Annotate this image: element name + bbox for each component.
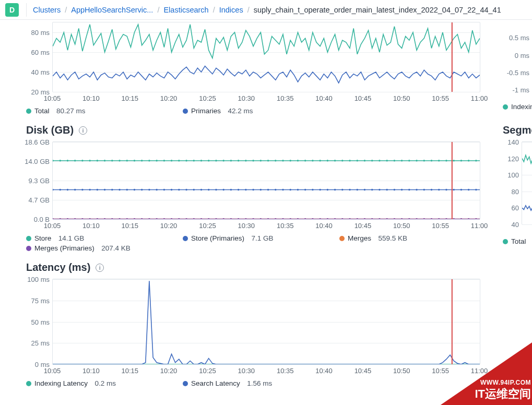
x-tick: 10:20: [160, 94, 178, 102]
y-tick: 0 ms: [515, 51, 529, 59]
svg-point-59: [53, 189, 54, 190]
chart-title-text: Latency (ms): [26, 261, 90, 273]
svg-point-20: [193, 160, 195, 161]
legend-name: Merges: [348, 234, 371, 242]
svg-point-32: [282, 160, 283, 161]
y-tick: 80: [512, 187, 519, 195]
svg-point-199: [230, 218, 232, 219]
svg-point-79: [200, 189, 202, 190]
svg-point-210: [312, 218, 313, 219]
breadcrumb-sep: /: [157, 6, 159, 14]
chart-title-text: Segmen: [503, 124, 532, 136]
breadcrumb-indices[interactable]: Indices: [219, 6, 243, 14]
legend-item[interactable]: Indexing Latency 0.2 ms: [26, 379, 183, 387]
x-tick: 10:40: [315, 94, 333, 102]
svg-point-72: [148, 189, 150, 190]
svg-point-191: [171, 218, 172, 219]
chart-canvas[interactable]: 0.0 B4.7 GB9.3 GB14.0 GB18.6 GB: [52, 141, 480, 220]
svg-point-214: [341, 218, 343, 219]
svg-point-178: [74, 218, 76, 219]
chart-legend: Store 14.1 GBStore (Primaries) 7.1 GBMer…: [26, 234, 480, 252]
x-tick: 10:30: [238, 94, 255, 102]
svg-point-203: [260, 218, 262, 219]
svg-point-227: [438, 218, 440, 219]
svg-point-91: [290, 189, 291, 190]
y-tick: 18.6 GB: [25, 138, 50, 146]
svg-point-73: [156, 189, 157, 190]
legend-item[interactable]: Merges 559.5 KB: [339, 234, 475, 242]
svg-point-86: [252, 189, 254, 190]
chart-canvas[interactable]: 406080100120140: [522, 141, 532, 225]
legend-item[interactable]: Store (Primaries) 7.1 GB: [183, 234, 339, 242]
svg-point-207: [290, 218, 291, 219]
svg-point-82: [223, 189, 224, 190]
svg-point-177: [67, 218, 68, 219]
legend-item[interactable]: Total 112: [503, 237, 532, 245]
x-tick: 10:15: [121, 222, 138, 230]
svg-point-7: [97, 160, 98, 161]
y-tick: 14.0 GB: [25, 157, 50, 165]
legend-item[interactable]: Store 14.1 GB: [26, 234, 183, 242]
legend-item[interactable]: Search Latency 1.56 ms: [183, 379, 281, 387]
svg-point-29: [260, 160, 262, 161]
legend-value: 7.1 GB: [247, 234, 274, 242]
svg-point-96: [327, 189, 328, 190]
legend-dot: [26, 109, 31, 114]
legend-dot: [339, 236, 345, 241]
svg-point-10: [119, 160, 120, 161]
svg-point-109: [423, 189, 425, 190]
legend-name: Total: [511, 237, 526, 245]
svg-point-217: [364, 218, 365, 219]
legend-name: Search Latency: [191, 379, 240, 387]
legend-item[interactable]: Primaries 42.2 ms: [183, 107, 263, 115]
svg-point-115: [468, 189, 469, 190]
svg-point-114: [460, 189, 462, 190]
x-tick: 10:40: [315, 222, 333, 230]
info-icon[interactable]: i: [96, 264, 104, 272]
svg-point-196: [208, 218, 209, 219]
svg-point-189: [156, 218, 157, 219]
svg-point-11: [126, 160, 128, 161]
svg-point-222: [401, 218, 403, 219]
svg-point-206: [282, 218, 283, 219]
legend-dot: [183, 109, 188, 114]
x-tick: 10:45: [354, 94, 372, 102]
svg-point-112: [445, 189, 447, 190]
svg-point-88: [267, 189, 269, 190]
svg-point-179: [81, 218, 83, 219]
svg-point-228: [445, 218, 447, 219]
svg-point-4: [74, 160, 76, 161]
info-icon[interactable]: i: [79, 126, 87, 135]
chart-segments: Segmen 406080100120140 Total 112: [506, 115, 532, 245]
breadcrumb-app[interactable]: AppHelloSearchServic...: [71, 6, 153, 14]
legend-value: 14.1 GB: [54, 234, 84, 242]
breadcrumb-elasticsearch[interactable]: Elasticsearch: [163, 6, 208, 14]
chart-latency: Latency (ms) i 0 ms25 ms50 ms75 ms100 ms…: [26, 252, 480, 387]
svg-point-64: [89, 189, 90, 190]
svg-point-39: [334, 160, 336, 161]
x-tick: 10:35: [277, 222, 294, 230]
chart-canvas[interactable]: 0 ms25 ms50 ms75 ms100 ms: [52, 279, 480, 365]
legend-item[interactable]: Total 80.27 ms: [26, 107, 183, 115]
svg-point-16: [163, 160, 165, 161]
svg-point-231: [468, 218, 469, 219]
svg-point-110: [431, 189, 432, 190]
chart-canvas[interactable]: 20 ms40 ms60 ms80 ms: [52, 22, 480, 92]
svg-point-69: [126, 189, 128, 190]
svg-point-71: [141, 189, 143, 190]
legend-item[interactable]: Indexing 0: [503, 103, 532, 111]
legend-item[interactable]: Merges (Primaries) 207.4 KB: [26, 244, 140, 252]
svg-point-205: [275, 218, 276, 219]
legend-name: Indexing: [511, 103, 532, 111]
x-tick: 10:45: [354, 367, 372, 375]
chart-legend: Total 80.27 msPrimaries 42.2 ms: [26, 107, 480, 115]
x-tick: 10:05: [44, 222, 61, 230]
breadcrumb-current: suply_chain_t_operate_order_main_latest_…: [254, 6, 501, 14]
breadcrumb-clusters[interactable]: Clusters: [33, 6, 61, 14]
svg-point-47: [394, 160, 395, 161]
svg-point-216: [357, 218, 358, 219]
svg-point-6: [89, 160, 90, 161]
legend-name: Store (Primaries): [191, 234, 244, 242]
y-tick: 0.5 ms: [509, 34, 529, 42]
svg-point-60: [60, 189, 61, 190]
